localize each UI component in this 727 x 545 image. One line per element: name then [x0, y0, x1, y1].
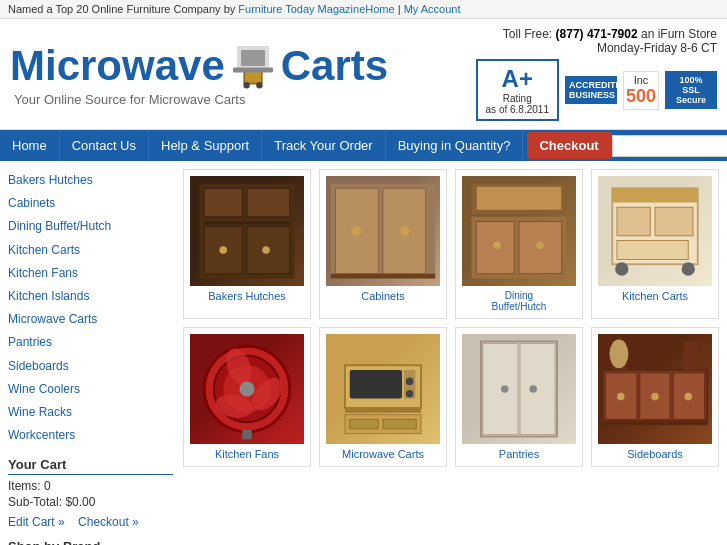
- nav-home[interactable]: Home: [0, 130, 60, 161]
- svg-rect-64: [603, 420, 708, 425]
- nav-quantity[interactable]: Buying in Quantity?: [386, 130, 524, 161]
- sidebar-item-wine-coolers[interactable]: Wine Coolers: [8, 378, 173, 401]
- product-image-kitchen-carts: [598, 176, 712, 286]
- product-image-microwave-carts: [326, 334, 440, 444]
- nav-search: Go!: [612, 135, 727, 157]
- svg-point-63: [684, 393, 692, 401]
- svg-rect-8: [204, 188, 242, 217]
- product-card-microwave-carts: Microwave Carts: [319, 327, 447, 467]
- nav-checkout[interactable]: Checkout: [527, 132, 611, 159]
- product-name-dining[interactable]: DiningBuffet/Hutch: [462, 290, 576, 312]
- product-image-sideboards: [598, 334, 712, 444]
- sidebar-item-sideboards[interactable]: Sideboards: [8, 355, 173, 378]
- toll-free: Toll Free: (877) 471-7902 an iFurn Store…: [503, 27, 717, 55]
- svg-point-14: [262, 246, 270, 254]
- svg-rect-51: [383, 419, 416, 429]
- svg-rect-10: [204, 222, 290, 225]
- product-name-bakers[interactable]: Bakers Hutches: [190, 290, 304, 302]
- product-card-bakers: Bakers Hutches: [183, 169, 311, 319]
- sidebar-item-kitchen-fans[interactable]: Kitchen Fans: [8, 262, 173, 285]
- main-content: Bakers Hutches Cabinets Dining Buffet/Hu…: [0, 161, 727, 545]
- product-name-pantries[interactable]: Pantries: [462, 448, 576, 460]
- sidebar-item-wine-racks[interactable]: Wine Racks: [8, 401, 173, 424]
- svg-point-46: [406, 378, 414, 386]
- product-card-pantries: Pantries: [455, 327, 583, 467]
- product-name-kitchen-carts[interactable]: Kitchen Carts: [598, 290, 712, 302]
- sidebar-item-microwave-carts[interactable]: Microwave Carts: [8, 308, 173, 331]
- logo-text-part2: Carts: [281, 45, 388, 87]
- ssl-sub: SSL Secure: [669, 85, 713, 105]
- bbb-line1: ACCREDITED: [569, 80, 613, 90]
- badges: A+ Rating as of 6.8.2011 ACCREDITED BUSI…: [476, 59, 717, 121]
- product-card-dining: DiningBuffet/Hutch: [455, 169, 583, 319]
- checkout-link[interactable]: Checkout »: [78, 515, 139, 529]
- cart-actions: Edit Cart » Checkout »: [8, 515, 173, 529]
- svg-rect-42: [242, 430, 252, 440]
- phone-number: (877) 471-7902: [556, 27, 638, 41]
- svg-point-4: [243, 82, 249, 88]
- cart-info: Items: 0 Sub-Total: $0.00: [8, 479, 173, 509]
- home-link[interactable]: Home: [365, 3, 394, 15]
- product-image-fans: [190, 334, 304, 444]
- account-link[interactable]: My Account: [404, 3, 461, 15]
- svg-rect-25: [476, 186, 562, 210]
- cart-subtotal-label: Sub-Total:: [8, 495, 62, 509]
- toll-free-label: Toll Free:: [503, 27, 552, 41]
- header: Microwave Carts Your Online Source for M…: [0, 19, 727, 130]
- sidebar-item-cabinets[interactable]: Cabinets: [8, 192, 173, 215]
- rating-label: Rating: [486, 93, 549, 104]
- svg-rect-6: [233, 67, 273, 72]
- search-input[interactable]: [612, 135, 727, 157]
- furniture-today-link[interactable]: Furniture Today Magazine: [238, 3, 365, 15]
- inc-badge: Inc 500: [623, 71, 659, 110]
- svg-point-34: [682, 262, 695, 275]
- sidebar-item-pantries[interactable]: Pantries: [8, 331, 173, 354]
- product-name-cabinets[interactable]: Cabinets: [326, 290, 440, 302]
- store-name: an iFurn Store: [641, 27, 717, 41]
- rating-grade: A+: [486, 65, 549, 93]
- svg-rect-20: [331, 274, 436, 279]
- sidebar-item-dining[interactable]: Dining Buffet/Hutch: [8, 215, 173, 238]
- product-name-sideboards[interactable]: Sideboards: [598, 448, 712, 460]
- logo-subtitle: Your Online Source for Microwave Carts: [14, 92, 476, 107]
- svg-rect-1: [241, 50, 265, 66]
- svg-rect-3: [245, 71, 261, 82]
- product-image-bakers: [190, 176, 304, 286]
- bbb-line2: BUSINESS: [569, 90, 613, 100]
- svg-point-5: [256, 82, 262, 88]
- nav-help[interactable]: Help & Support: [149, 130, 262, 161]
- cart-items-value: 0: [44, 479, 51, 493]
- nav-contact[interactable]: Contact Us: [60, 130, 149, 161]
- product-name-fans[interactable]: Kitchen Fans: [190, 448, 304, 460]
- nav-track[interactable]: Track Your Order: [262, 130, 386, 161]
- sidebar-item-workcenters[interactable]: Workcenters: [8, 424, 173, 447]
- sidebar-item-kitchen-islands[interactable]: Kitchen Islands: [8, 285, 173, 308]
- svg-rect-29: [612, 188, 698, 202]
- svg-rect-30: [617, 207, 650, 236]
- product-card-fans: Kitchen Fans: [183, 327, 311, 467]
- svg-point-56: [529, 385, 537, 393]
- svg-point-13: [219, 246, 227, 254]
- sidebar-item-bakers[interactable]: Bakers Hutches: [8, 169, 173, 192]
- product-name-microwave-carts[interactable]: Microwave Carts: [326, 448, 440, 460]
- svg-rect-48: [345, 408, 421, 413]
- rating-badge: A+ Rating as of 6.8.2011: [476, 59, 559, 121]
- sidebar-item-kitchen-carts[interactable]: Kitchen Carts: [8, 239, 173, 262]
- svg-rect-54: [520, 343, 555, 434]
- edit-cart-link[interactable]: Edit Cart »: [8, 515, 65, 529]
- product-card-cabinets: Cabinets: [319, 169, 447, 319]
- inc-label: Inc: [626, 74, 656, 86]
- svg-rect-53: [483, 343, 518, 434]
- product-grid: Bakers Hutches Cabinets: [183, 169, 719, 467]
- bbb-badge: ACCREDITED BUSINESS: [565, 76, 617, 104]
- cart-items-label: Items:: [8, 479, 41, 493]
- top-bar-text: Named a Top 20 Online Furniture Company …: [8, 3, 238, 15]
- product-image-cabinets: [326, 176, 440, 286]
- svg-rect-9: [247, 188, 290, 217]
- top-bar: Named a Top 20 Online Furniture Company …: [0, 0, 727, 19]
- svg-point-33: [615, 262, 628, 275]
- cart-icon: [229, 42, 277, 90]
- logo-title: Microwave Carts: [10, 42, 476, 90]
- ssl-label: 100%: [669, 75, 713, 85]
- product-image-pantries: [462, 334, 576, 444]
